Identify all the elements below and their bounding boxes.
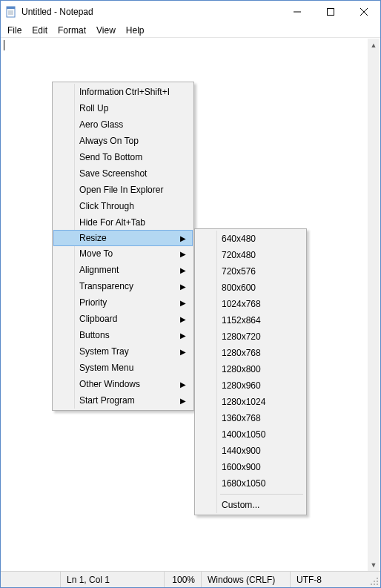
resize-submenu-item[interactable]: 1280x768 xyxy=(196,345,305,361)
svg-point-9 xyxy=(377,578,378,579)
context-menu-item[interactable]: Clipboard▶ xyxy=(54,311,192,327)
context-menu-item[interactable]: Always On Top xyxy=(54,133,192,149)
resize-submenu-item[interactable]: 1400x1050 xyxy=(196,426,305,443)
resize-submenu-item[interactable]: 1600x900 xyxy=(196,459,305,475)
text-caret xyxy=(4,40,4,50)
scroll-down-icon[interactable]: ▼ xyxy=(368,558,380,571)
close-button[interactable] xyxy=(347,1,380,23)
menu-item-label: 1152x864 xyxy=(222,315,261,326)
context-menu-item[interactable]: Hide For Alt+Tab xyxy=(54,214,192,231)
context-menu-item[interactable]: Alignment▶ xyxy=(54,262,192,278)
resize-submenu: 640x480720x480720x576800x6001024x7681152… xyxy=(194,228,307,515)
menu-item-label: 720x480 xyxy=(222,250,256,260)
svg-point-13 xyxy=(374,584,375,585)
resize-submenu-item[interactable]: 720x480 xyxy=(196,247,305,263)
submenu-arrow-icon: ▶ xyxy=(180,283,186,291)
resize-submenu-item[interactable]: 1152x864 xyxy=(196,312,305,328)
status-zoom: 100% xyxy=(164,572,201,587)
context-menu-item[interactable]: Move To▶ xyxy=(54,245,192,262)
context-menu-item[interactable]: Start Program▶ xyxy=(54,392,192,409)
context-menu-item[interactable]: Priority▶ xyxy=(54,294,192,311)
svg-rect-6 xyxy=(327,9,334,16)
resize-submenu-item[interactable]: 1280x1024 xyxy=(196,394,305,410)
resize-submenu-item[interactable]: 1280x720 xyxy=(196,328,305,345)
menu-item-label: Information xyxy=(79,87,124,97)
menu-item-label: Other Windows xyxy=(79,379,140,389)
menu-item-label: Open File In Explorer xyxy=(79,185,163,195)
submenu-arrow-icon: ▶ xyxy=(180,348,186,356)
minimize-button[interactable] xyxy=(280,1,314,23)
submenu-arrow-icon: ▶ xyxy=(180,266,186,274)
status-eol: Windows (CRLF) xyxy=(201,572,290,587)
context-menu-item[interactable]: Click Through xyxy=(54,198,192,214)
resize-submenu-item[interactable]: 800x600 xyxy=(196,280,305,296)
context-menu-item[interactable]: Other Windows▶ xyxy=(54,376,192,392)
window-controls xyxy=(280,1,380,23)
resize-submenu-item[interactable]: 1360x768 xyxy=(196,410,305,426)
submenu-arrow-icon: ▶ xyxy=(180,315,186,323)
context-menu-item[interactable]: InformationCtrl+Shift+I xyxy=(54,84,192,100)
menu-view[interactable]: View xyxy=(91,24,121,36)
menu-format[interactable]: Format xyxy=(53,24,91,36)
svg-point-11 xyxy=(377,581,378,582)
menu-help[interactable]: Help xyxy=(121,24,150,36)
menu-item-label: 1600x900 xyxy=(222,462,261,472)
menu-item-label: Move To xyxy=(79,248,113,259)
menu-item-shortcut: Ctrl+Shift+I xyxy=(125,87,170,97)
menu-item-label: 1400x1050 xyxy=(222,429,265,440)
titlebar: Untitled - Notepad xyxy=(1,1,380,23)
resize-submenu-item[interactable]: 640x480 xyxy=(196,231,305,247)
resize-submenu-item[interactable]: 1280x960 xyxy=(196,377,305,394)
scroll-up-icon[interactable]: ▲ xyxy=(368,39,380,51)
resize-submenu-item[interactable]: 1680x1050 xyxy=(196,475,305,492)
context-menu-item[interactable]: Roll Up xyxy=(54,100,192,116)
menu-item-label: 1680x1050 xyxy=(222,478,265,489)
menubar: File Edit Format View Help xyxy=(1,23,380,38)
menu-item-label: Transparency xyxy=(79,281,133,291)
context-menu: InformationCtrl+Shift+IRoll UpAero Glass… xyxy=(52,82,194,411)
resize-submenu-item[interactable]: 1024x768 xyxy=(196,296,305,312)
menu-item-label: 720x576 xyxy=(222,266,256,277)
menu-item-label: Custom... xyxy=(222,500,259,510)
vertical-scrollbar[interactable]: ▲ ▼ xyxy=(368,39,380,571)
resize-submenu-item[interactable]: 720x576 xyxy=(196,263,305,280)
menu-item-label: Always On Top xyxy=(79,136,139,146)
context-menu-item[interactable]: Open File In Explorer xyxy=(54,182,192,198)
submenu-arrow-icon: ▶ xyxy=(180,397,186,405)
menu-item-label: Send To Bottom xyxy=(79,152,142,162)
context-menu-item[interactable]: System Tray▶ xyxy=(54,343,192,360)
svg-point-14 xyxy=(377,584,378,585)
context-menu-item[interactable]: Buttons▶ xyxy=(54,327,192,343)
resize-submenu-item-custom[interactable]: Custom... xyxy=(196,497,305,513)
context-menu-item[interactable]: Send To Bottom xyxy=(54,149,192,165)
menu-item-label: Resize xyxy=(79,233,107,243)
resize-submenu-item[interactable]: 1440x900 xyxy=(196,443,305,459)
menu-item-label: 1280x1024 xyxy=(222,397,265,407)
menu-item-label: Alignment xyxy=(79,265,119,275)
menu-item-label: Save Screenshot xyxy=(79,168,147,179)
menu-edit[interactable]: Edit xyxy=(27,24,53,36)
context-menu-item[interactable]: Resize▶ xyxy=(53,230,193,246)
resize-submenu-item[interactable]: 1280x800 xyxy=(196,361,305,377)
context-menu-item[interactable]: Aero Glass xyxy=(54,116,192,133)
notepad-icon xyxy=(5,6,17,18)
menu-item-label: 1280x960 xyxy=(222,380,261,391)
menu-item-label: Aero Glass xyxy=(79,119,123,130)
context-menu-item[interactable]: Save Screenshot xyxy=(54,165,192,182)
menu-item-label: 1360x768 xyxy=(222,413,261,423)
maximize-button[interactable] xyxy=(314,1,347,23)
menu-file[interactable]: File xyxy=(2,24,27,36)
menu-separator xyxy=(220,494,303,495)
menu-item-label: 1440x900 xyxy=(222,446,261,456)
menu-item-label: System Menu xyxy=(79,363,133,373)
menu-item-label: Clipboard xyxy=(79,314,117,324)
resize-gripper-icon[interactable] xyxy=(368,572,380,587)
menu-item-label: Start Program xyxy=(79,395,135,406)
context-menu-item[interactable]: System Menu xyxy=(54,360,192,376)
submenu-arrow-icon: ▶ xyxy=(180,250,186,258)
menu-item-label: Hide For Alt+Tab xyxy=(79,217,145,228)
menu-item-label: 1280x720 xyxy=(222,331,261,342)
status-lncol: Ln 1, Col 1 xyxy=(60,572,164,587)
menu-item-label: 1024x768 xyxy=(222,299,261,309)
context-menu-item[interactable]: Transparency▶ xyxy=(54,278,192,294)
